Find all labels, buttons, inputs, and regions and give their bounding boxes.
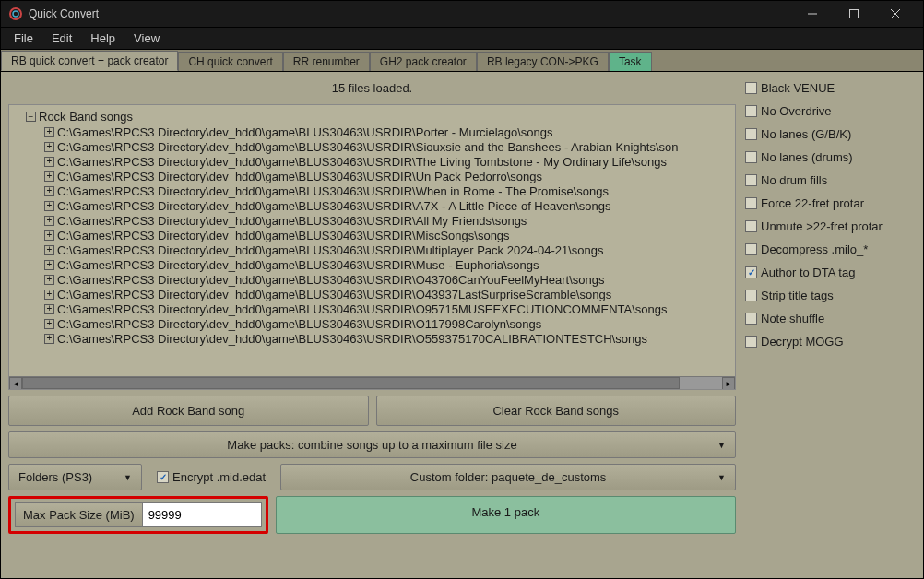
make-packs-label: Make packs: combine songs up to a maximu…: [227, 438, 516, 452]
option-label: Decrypt MOGG: [761, 335, 844, 349]
tree-item[interactable]: +C:\Games\RPCS3 Directory\dev_hdd0\game\…: [11, 183, 733, 198]
option-author-to-dta-tag[interactable]: Author to DTA tag: [745, 266, 916, 279]
option-force-22-fret-protar[interactable]: Force 22-fret protar: [745, 196, 916, 210]
main-panel: 15 files loaded. − Rock Band songs +C:\G…: [8, 79, 736, 571]
expand-icon[interactable]: +: [44, 157, 54, 167]
tree-root[interactable]: − Rock Band songs: [11, 109, 733, 124]
checkbox-icon: [157, 471, 169, 483]
scroll-left-icon[interactable]: ◄: [9, 377, 22, 390]
scroll-right-icon[interactable]: ►: [722, 377, 735, 390]
tree-item[interactable]: +C:\Games\RPCS3 Directory\dev_hdd0\game\…: [11, 301, 733, 316]
tree-item[interactable]: +C:\Games\RPCS3 Directory\dev_hdd0\game\…: [11, 242, 733, 257]
minimize-button[interactable]: [791, 1, 833, 27]
tree-item[interactable]: +C:\Games\RPCS3 Directory\dev_hdd0\game\…: [11, 316, 733, 331]
option-decrypt-mogg[interactable]: Decrypt MOGG: [745, 335, 916, 349]
tree-item[interactable]: +C:\Games\RPCS3 Directory\dev_hdd0\game\…: [11, 198, 733, 213]
expand-icon[interactable]: +: [44, 216, 54, 226]
collapse-icon[interactable]: −: [26, 112, 36, 122]
expand-icon[interactable]: +: [44, 142, 54, 152]
option-black-venue[interactable]: Black VENUE: [745, 81, 916, 95]
option-decompress-milo-[interactable]: Decompress .milo_*: [745, 242, 916, 256]
tree-item-path: C:\Games\RPCS3 Directory\dev_hdd0\game\B…: [57, 155, 667, 169]
window-title: Quick Convert: [29, 7, 791, 20]
scroll-thumb[interactable]: [22, 377, 680, 389]
max-pack-size-input[interactable]: [142, 502, 262, 527]
make-packs-dropdown[interactable]: Make packs: combine songs up to a maximu…: [8, 431, 736, 458]
tree-item[interactable]: +C:\Games\RPCS3 Directory\dev_hdd0\game\…: [11, 139, 733, 154]
option-no-overdrive[interactable]: No Overdrive: [745, 104, 916, 118]
expand-icon[interactable]: +: [44, 127, 54, 137]
tree-item-path: C:\Games\RPCS3 Directory\dev_hdd0\game\B…: [57, 258, 539, 272]
checkbox-icon: [745, 313, 757, 325]
maximize-button[interactable]: [833, 1, 874, 27]
option-no-lanes-g-b-k-[interactable]: No lanes (G/B/K): [745, 127, 916, 141]
tree-item[interactable]: +C:\Games\RPCS3 Directory\dev_hdd0\game\…: [11, 287, 733, 301]
horizontal-scrollbar[interactable]: ◄ ►: [9, 376, 735, 389]
option-label: Black VENUE: [761, 81, 835, 95]
expand-icon[interactable]: +: [44, 334, 54, 344]
tab-task[interactable]: Task: [609, 52, 652, 71]
tab-rb-quick-convert[interactable]: RB quick convert + pack creator: [1, 51, 178, 71]
tree-item-path: C:\Games\RPCS3 Directory\dev_hdd0\game\B…: [57, 125, 553, 139]
folders-label: Folders (PS3): [18, 470, 92, 484]
svg-rect-3: [849, 10, 858, 18]
song-tree[interactable]: − Rock Band songs +C:\Games\RPCS3 Direct…: [8, 104, 736, 390]
tree-item[interactable]: +C:\Games\RPCS3 Directory\dev_hdd0\game\…: [11, 257, 733, 272]
tab-ch-quick-convert[interactable]: CH quick convert: [178, 52, 282, 71]
expand-icon[interactable]: +: [44, 319, 54, 329]
option-unmute-22-fret-protar[interactable]: Unmute >22-fret protar: [745, 219, 916, 233]
expand-icon[interactable]: +: [44, 290, 54, 300]
encrypt-label: Encrypt .mid.edat: [172, 470, 266, 484]
tree-item[interactable]: +C:\Games\RPCS3 Directory\dev_hdd0\game\…: [11, 154, 733, 169]
tree-item-path: C:\Games\RPCS3 Directory\dev_hdd0\game\B…: [57, 170, 542, 183]
chevron-down-icon: ▼: [717, 473, 726, 482]
option-no-lanes-drums-[interactable]: No lanes (drums): [745, 150, 916, 164]
tab-rr-renumber[interactable]: RR renumber: [283, 52, 370, 71]
tree-item[interactable]: +C:\Games\RPCS3 Directory\dev_hdd0\game\…: [11, 331, 733, 346]
menu-file[interactable]: File: [5, 30, 42, 47]
tree-item-path: C:\Games\RPCS3 Directory\dev_hdd0\game\B…: [57, 184, 609, 198]
tab-gh2-pack-creator[interactable]: GH2 pack creator: [370, 52, 477, 71]
max-pack-size-label: Max Pack Size (MiB): [15, 502, 142, 527]
expand-icon[interactable]: +: [44, 230, 54, 241]
menu-view[interactable]: View: [124, 30, 169, 47]
tree-item[interactable]: +C:\Games\RPCS3 Directory\dev_hdd0\game\…: [11, 124, 733, 139]
checkbox-icon: [745, 266, 757, 278]
svg-point-1: [13, 11, 18, 17]
expand-icon[interactable]: +: [44, 201, 54, 211]
make-one-pack-button[interactable]: Make 1 pack: [276, 496, 736, 534]
tree-item[interactable]: +C:\Games\RPCS3 Directory\dev_hdd0\game\…: [11, 272, 733, 287]
expand-icon[interactable]: +: [44, 171, 54, 182]
status-files-loaded: 15 files loaded.: [8, 79, 736, 99]
tree-item[interactable]: +C:\Games\RPCS3 Directory\dev_hdd0\game\…: [11, 213, 733, 228]
option-label: Decompress .milo_*: [761, 242, 868, 256]
checkbox-icon: [745, 197, 757, 209]
option-strip-title-tags[interactable]: Strip title tags: [745, 289, 916, 302]
tree-item[interactable]: +C:\Games\RPCS3 Directory\dev_hdd0\game\…: [11, 228, 733, 242]
option-no-drum-fills[interactable]: No drum fills: [745, 173, 916, 187]
custom-folder-label: Custom folder: paquete_de_customs: [410, 470, 606, 484]
expand-icon[interactable]: +: [44, 304, 54, 314]
menu-edit[interactable]: Edit: [42, 30, 81, 47]
option-label: No lanes (drums): [761, 150, 853, 164]
checkbox-icon: [745, 105, 757, 117]
option-label: No lanes (G/B/K): [761, 127, 851, 141]
close-button[interactable]: [874, 1, 916, 27]
custom-folder-dropdown[interactable]: Custom folder: paquete_de_customs ▼: [280, 464, 736, 490]
menu-help[interactable]: Help: [81, 30, 124, 47]
expand-icon[interactable]: +: [44, 260, 54, 270]
tab-rb-legacy-con-pkg[interactable]: RB legacy CON->PKG: [477, 52, 609, 71]
expand-icon[interactable]: +: [44, 275, 54, 285]
expand-icon[interactable]: +: [44, 186, 54, 196]
add-rock-band-song-button[interactable]: Add Rock Band song: [8, 396, 369, 426]
option-note-shuffle[interactable]: Note shuffle: [745, 312, 916, 325]
option-label: Author to DTA tag: [761, 266, 855, 279]
options-panel: Black VENUENo OverdriveNo lanes (G/B/K)N…: [745, 79, 916, 571]
expand-icon[interactable]: +: [44, 245, 54, 255]
encrypt-mid-edat-checkbox[interactable]: Encrypt .mid.edat: [149, 470, 273, 484]
svg-point-0: [10, 8, 21, 19]
clear-rock-band-songs-button[interactable]: Clear Rock Band songs: [376, 396, 737, 426]
tree-item[interactable]: +C:\Games\RPCS3 Directory\dev_hdd0\game\…: [11, 169, 733, 183]
option-label: Strip title tags: [761, 289, 834, 302]
folders-dropdown[interactable]: Folders (PS3) ▼: [8, 464, 142, 490]
